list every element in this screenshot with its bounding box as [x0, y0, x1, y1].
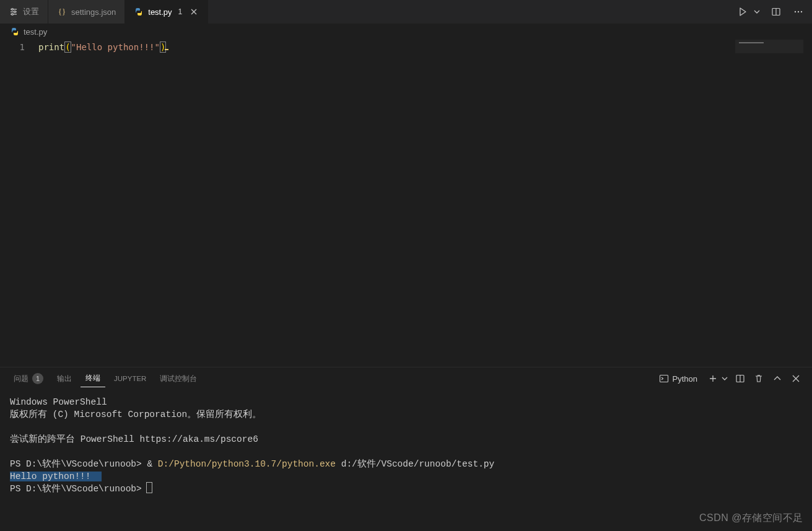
panel-tab-output[interactable]: 输出	[52, 371, 77, 387]
run-dropdown[interactable]	[753, 4, 761, 19]
svg-rect-12	[660, 375, 668, 382]
split-editor-button[interactable]	[769, 4, 784, 19]
editor-tab-bar: 设置 {} settings.json test.py 1	[0, 0, 812, 24]
run-button[interactable]	[735, 4, 750, 19]
terminal-prompt: PS D:\软件\VScode\runoob>	[10, 459, 147, 469]
breadcrumb[interactable]: test.py	[0, 24, 812, 40]
token-lparen: (	[64, 42, 71, 53]
python-file-icon	[134, 7, 144, 17]
terminal-cursor	[147, 483, 152, 493]
tab-label: test.py	[148, 7, 172, 17]
watermark-text: CSDN @存储空间不足	[699, 512, 803, 525]
terminal-exe-path: D:/Python/python3.10.7/python.exe	[158, 459, 336, 469]
terminal-icon	[659, 374, 669, 384]
terminal-output-selected: Hello python!!!	[10, 472, 91, 481]
terminal-line	[10, 445, 802, 458]
terminal-arg: d:/软件/VScode/runoob/test.py	[336, 459, 494, 469]
kill-terminal-button[interactable]	[751, 371, 766, 386]
svg-text:{}: {}	[58, 7, 66, 16]
tab-settings[interactable]: 设置	[0, 0, 48, 24]
settings-list-icon	[9, 7, 19, 17]
bottom-panel: 问题 1 输出 终端 JUPYTER 调试控制台 Python	[0, 367, 812, 531]
tab-test-py[interactable]: test.py 1	[125, 0, 208, 24]
terminal-prompt: PS D:\软件\VScode\runoob>	[10, 484, 147, 494]
terminal-selection-pad	[91, 472, 102, 481]
maximize-panel-button[interactable]	[770, 371, 785, 386]
panel-tab-debug[interactable]: 调试控制台	[155, 371, 202, 387]
terminal-line: 尝试新的跨平台 PowerShell https://aka.ms/pscore…	[10, 433, 802, 445]
panel-tabs: 问题 1 输出 终端 JUPYTER 调试控制台 Python	[0, 367, 812, 390]
tab-settings-json[interactable]: {} settings.json	[48, 0, 125, 24]
panel-tab-jupyter[interactable]: JUPYTER	[109, 371, 151, 386]
panel-tab-label: 终端	[85, 374, 100, 383]
tab-label: settings.json	[71, 7, 116, 17]
breadcrumb-file: test.py	[24, 27, 47, 37]
terminal-selector[interactable]: Python	[655, 372, 702, 385]
scrollbar[interactable]	[803, 40, 812, 367]
svg-point-4	[14, 11, 16, 13]
token-rparen: )	[160, 42, 166, 53]
code-line-1: print("Hello python!!!")	[38, 41, 735, 53]
tab-modified-badge: 1	[178, 7, 183, 16]
json-braces-icon: {}	[57, 7, 67, 17]
line-gutter: 1	[0, 40, 38, 367]
new-terminal-button[interactable]	[705, 371, 720, 386]
panel-tab-label: 调试控制台	[160, 374, 197, 384]
editor-cursor	[165, 49, 168, 50]
terminal-line: Hello python!!!	[10, 470, 802, 483]
token-string: "Hello python!!!"	[71, 42, 160, 52]
close-panel-button[interactable]	[788, 371, 803, 386]
terminal-text: &	[147, 459, 157, 469]
svg-point-9	[795, 11, 796, 12]
panel-tab-label: 问题	[14, 374, 28, 384]
svg-point-3	[12, 9, 14, 11]
tab-close-button[interactable]	[189, 7, 199, 17]
token-function: print	[38, 42, 64, 52]
problems-count-badge: 1	[32, 373, 43, 384]
editor-area[interactable]: 1 print("Hello python!!!")	[0, 40, 812, 367]
tab-label: 设置	[23, 6, 39, 17]
svg-point-11	[801, 11, 802, 12]
terminal-selector-label: Python	[673, 374, 697, 384]
panel-tab-label: 输出	[57, 374, 72, 384]
svg-point-5	[12, 14, 14, 15]
python-file-icon	[10, 27, 20, 37]
terminal-output[interactable]: Windows PowerShell版权所有 (C) Microsoft Cor…	[0, 390, 812, 531]
panel-tab-label: JUPYTER	[114, 375, 146, 382]
terminal-line	[10, 421, 802, 433]
terminal-line: PS D:\软件\VScode\runoob>	[10, 483, 802, 495]
more-actions-button[interactable]	[791, 4, 806, 19]
terminal-line: 版权所有 (C) Microsoft Corporation。保留所有权利。	[10, 408, 802, 421]
code-content[interactable]: print("Hello python!!!")	[38, 40, 735, 367]
minimap[interactable]	[735, 40, 803, 367]
line-number: 1	[0, 41, 38, 53]
editor-title-actions	[729, 0, 812, 24]
panel-actions: Python	[655, 371, 803, 386]
panel-tab-problems[interactable]: 问题 1	[9, 369, 48, 388]
terminal-line: Windows PowerShell	[10, 396, 802, 408]
panel-tab-terminal[interactable]: 终端	[81, 370, 105, 387]
new-terminal-dropdown[interactable]	[720, 371, 729, 386]
tab-bar-spacer	[208, 0, 729, 24]
svg-point-10	[798, 11, 799, 12]
minimap-line	[739, 42, 764, 43]
terminal-line: PS D:\软件\VScode\runoob> & D:/Python/pyth…	[10, 458, 802, 470]
split-terminal-button[interactable]	[733, 371, 748, 386]
